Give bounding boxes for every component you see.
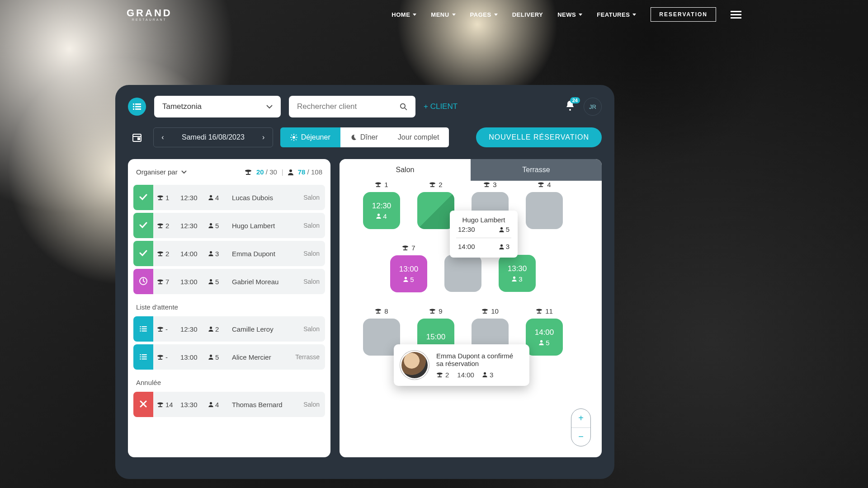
svg-rect-0 (133, 103, 134, 105)
pax-col: 3 (208, 250, 232, 258)
table-popover: Hugo Lambert 12:30 5 14:00 3 (450, 211, 518, 258)
hamburger-icon[interactable] (731, 11, 741, 19)
date-prev-button[interactable]: ‹ (154, 128, 172, 147)
svg-rect-78 (430, 186, 434, 187)
reservation-row[interactable]: - 13:00 5 Alice Mercier Terrasse (133, 344, 325, 370)
zoom-in-button[interactable]: + (571, 409, 590, 428)
zoom-out-button[interactable]: − (571, 428, 590, 446)
svg-rect-64 (158, 406, 162, 407)
svg-rect-77 (432, 183, 433, 186)
person-icon (208, 353, 213, 361)
site-reservation-button[interactable]: RESERVATION (651, 7, 716, 22)
pax-col: 4 (208, 194, 232, 202)
nav-delivery[interactable]: DELIVERY (512, 11, 543, 18)
floor-table[interactable]: 1114:005 (525, 307, 564, 356)
table-icon (375, 307, 382, 315)
svg-rect-59 (160, 356, 161, 358)
nav-menu[interactable]: MENU (431, 11, 455, 18)
segment-dinner[interactable]: Dîner (340, 127, 388, 147)
reservation-row[interactable]: 2 12:30 5 Hugo Lambert Salon (133, 213, 325, 238)
svg-rect-4 (135, 106, 141, 108)
reservation-row[interactable]: 1 12:30 4 Lucas Dubois Salon (133, 185, 325, 210)
svg-rect-57 (142, 358, 147, 359)
time-col: 12:30 (180, 222, 208, 230)
table-tile[interactable]: 13:005 (390, 255, 427, 292)
table-tile[interactable] (526, 192, 563, 229)
calendar-button[interactable] (128, 128, 146, 146)
user-avatar[interactable]: JR (584, 98, 602, 116)
status-badge (133, 316, 153, 342)
guest-name: Hugo Lambert (232, 222, 288, 230)
add-client-link[interactable]: + CLIENT (424, 102, 458, 111)
svg-rect-42 (140, 326, 141, 327)
table-icon (538, 181, 544, 188)
nav-news[interactable]: NEWS (557, 11, 582, 18)
view-toggle-button[interactable] (128, 98, 146, 116)
svg-rect-54 (140, 358, 141, 359)
table-tile[interactable] (417, 192, 454, 229)
nav-features[interactable]: FEATURES (597, 11, 636, 18)
svg-rect-74 (376, 186, 380, 187)
date-next-button[interactable]: › (255, 128, 273, 147)
floor-table[interactable]: 4 (525, 181, 564, 229)
reservation-row[interactable]: 7 13:00 5 Gabriel Moreau Salon (133, 269, 325, 294)
svg-rect-81 (485, 186, 489, 187)
reservation-row[interactable]: - 12:30 2 Camille Leroy Salon (133, 316, 325, 342)
table-label: 3 (471, 181, 509, 188)
room-col: Salon (288, 222, 320, 229)
person-icon (376, 212, 381, 220)
list-icon (133, 103, 141, 110)
table-col: 7 (157, 278, 180, 286)
time-col: 14:00 (180, 250, 208, 258)
svg-point-51 (210, 326, 212, 328)
check-icon (139, 194, 147, 202)
svg-rect-55 (142, 354, 147, 355)
svg-rect-73 (378, 183, 379, 186)
search-input[interactable] (297, 102, 400, 111)
table-tile[interactable]: 13:303 (499, 255, 536, 292)
search-client[interactable] (289, 96, 415, 117)
floor-table[interactable]: 13:303 (498, 255, 537, 292)
segment-lunch[interactable]: Déjeuner (280, 127, 340, 147)
nav-home[interactable]: HOME (392, 11, 416, 18)
table-icon (375, 181, 382, 188)
check-icon (139, 222, 147, 230)
nav-pages[interactable]: PAGES (470, 11, 498, 18)
svg-rect-101 (537, 313, 541, 314)
table-tile[interactable] (444, 255, 481, 292)
confirmation-toast[interactable]: Emma Dupont a confirmé sa réservation 2 … (394, 344, 529, 386)
svg-point-66 (500, 227, 503, 229)
svg-rect-35 (158, 255, 162, 256)
notifications-button[interactable]: 24 (565, 100, 576, 113)
tab-terrasse[interactable]: Terrasse (471, 159, 602, 181)
floor-table[interactable] (443, 255, 482, 292)
svg-point-12 (292, 136, 295, 139)
chevron-down-icon (266, 105, 273, 109)
guest-name: Alice Mercier (232, 353, 288, 361)
floorplan[interactable]: Hugo Lambert 12:30 5 14:00 3 (340, 181, 602, 457)
table-label: 11 (525, 307, 564, 315)
segment-full-day[interactable]: Jour complet (388, 127, 449, 147)
toast-meta: 2 14:00 3 (436, 371, 520, 379)
person-icon (208, 250, 213, 258)
table-label: 1 (362, 181, 401, 188)
room-tabs: Salon Terrasse (340, 159, 602, 181)
site-header: GRAND RESTAURANT HOME MENU PAGES DELIVER… (0, 0, 868, 29)
tab-salon[interactable]: Salon (340, 159, 471, 181)
organize-by[interactable]: Organiser par (136, 168, 187, 176)
table-tile[interactable]: 12:304 (363, 192, 400, 229)
new-reservation-button[interactable]: NOUVELLE RÉSERVATION (476, 127, 602, 147)
floor-table[interactable]: 713:005 (389, 244, 428, 292)
table-col: 1 (157, 194, 180, 202)
time-col: 12:30 (180, 194, 208, 202)
table-label: 7 (389, 244, 428, 252)
table-tile[interactable]: 14:005 (526, 319, 563, 356)
svg-rect-47 (142, 330, 147, 331)
reservation-row[interactable]: 2 14:00 3 Emma Dupont Salon (133, 241, 325, 266)
svg-rect-31 (158, 227, 162, 228)
floor-table[interactable]: 112:304 (362, 181, 401, 229)
location-select[interactable]: Tametzonia (154, 96, 281, 117)
svg-rect-26 (160, 196, 161, 199)
svg-rect-5 (135, 108, 141, 110)
reservation-row[interactable]: 14 13:30 4 Thomas Bernard Salon (133, 392, 325, 417)
